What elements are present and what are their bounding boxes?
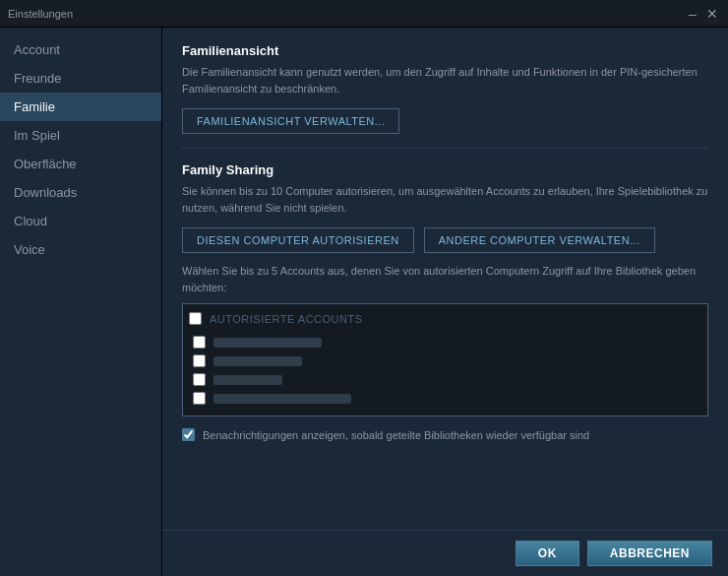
notification-row: Benachrichtigungen anzeigen, sobald gete… — [182, 428, 708, 441]
window-title: Einstellungen — [8, 8, 685, 20]
accounts-container: AUTORISIERTE ACCOUNTS — [182, 303, 708, 416]
account-row-3 — [189, 370, 701, 389]
bottom-bar: OK ABBRECHEN — [162, 530, 728, 576]
section-divider — [182, 148, 708, 149]
sharing-buttons-row: DIESEN COMPUTER AUTORISIEREN ANDERE COMP… — [182, 227, 708, 253]
andere-computer-button[interactable]: ANDERE COMPUTER VERWALTEN... — [424, 227, 655, 253]
content-area: Familienansicht Die Familienansicht kann… — [162, 28, 728, 576]
sidebar-item-freunde[interactable]: Freunde — [0, 64, 161, 93]
account-name-1 — [213, 338, 322, 348]
sidebar-item-familie[interactable]: Familie — [0, 93, 161, 121]
main-layout: Account Freunde Familie Im Spiel Oberflä… — [0, 28, 728, 576]
familienansicht-desc: Die Familienansicht kann genutzt werden,… — [182, 64, 708, 96]
sidebar-item-downloads[interactable]: Downloads — [0, 178, 161, 207]
account-name-2 — [213, 356, 302, 366]
family-sharing-desc: Sie können bis zu 10 Computer autorisier… — [182, 183, 708, 216]
familienansicht-section: Familienansicht Die Familienansicht kann… — [182, 43, 708, 134]
sidebar: Account Freunde Familie Im Spiel Oberflä… — [0, 28, 162, 576]
minimize-button[interactable]: – — [685, 6, 700, 22]
family-sharing-section: Family Sharing Sie können bis zu 10 Comp… — [182, 162, 708, 441]
window-controls: – ✕ — [685, 6, 720, 22]
accounts-header-label: AUTORISIERTE ACCOUNTS — [210, 313, 363, 325]
family-sharing-title: Family Sharing — [182, 162, 708, 177]
ok-button[interactable]: OK — [516, 541, 579, 566]
close-button[interactable]: ✕ — [704, 6, 720, 22]
all-accounts-checkbox[interactable] — [189, 312, 202, 325]
account-checkbox-3[interactable] — [193, 373, 206, 386]
familienansicht-title: Familienansicht — [182, 43, 708, 58]
notification-label: Benachrichtigungen anzeigen, sobald gete… — [203, 429, 589, 441]
sidebar-item-oberflaeche[interactable]: Oberfläche — [0, 150, 161, 178]
sidebar-item-cloud[interactable]: Cloud — [0, 207, 161, 235]
account-name-3 — [213, 375, 282, 385]
account-name-4 — [213, 394, 351, 404]
accounts-header: AUTORISIERTE ACCOUNTS — [189, 312, 701, 325]
account-row-1 — [189, 333, 701, 352]
sidebar-item-voice[interactable]: Voice — [0, 235, 161, 264]
account-checkbox-2[interactable] — [193, 354, 206, 367]
account-row-2 — [189, 352, 701, 370]
sidebar-item-account[interactable]: Account — [0, 35, 161, 64]
cancel-button[interactable]: ABBRECHEN — [587, 541, 712, 566]
account-row-4 — [189, 389, 701, 408]
account-checkbox-1[interactable] — [193, 336, 206, 349]
account-checkbox-4[interactable] — [193, 392, 206, 405]
title-bar: Einstellungen – ✕ — [0, 0, 728, 28]
sidebar-item-im-spiel[interactable]: Im Spiel — [0, 121, 161, 150]
notification-checkbox[interactable] — [182, 428, 195, 441]
select-desc: Wählen Sie bis zu 5 Accounts aus, denen … — [182, 263, 708, 295]
autorisieren-button[interactable]: DIESEN COMPUTER AUTORISIEREN — [182, 227, 414, 253]
familienansicht-verwalten-button[interactable]: FAMILIENANSICHT VERWALTEN... — [182, 108, 399, 134]
